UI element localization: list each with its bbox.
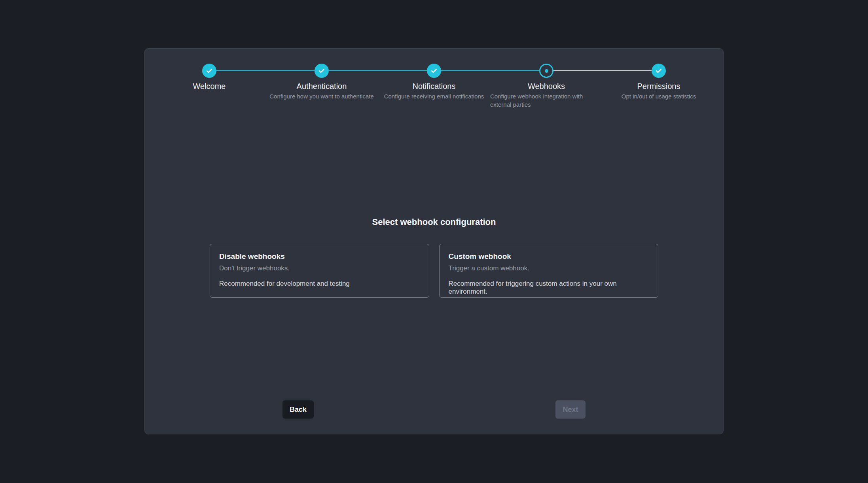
next-button[interactable]: Next <box>555 400 586 419</box>
webhook-options: Disable webhooks Don't trigger webhooks.… <box>210 244 658 298</box>
check-icon <box>430 67 438 75</box>
step-completed-icon <box>427 64 441 78</box>
step-label: Authentication <box>297 81 347 91</box>
option-recommendation: Recommended for development and testing <box>219 280 420 288</box>
current-step-dot-icon <box>545 69 548 73</box>
step-subtitle: Opt in/out of usage statistics <box>622 92 696 101</box>
step-notifications: Notifications Configure receiving email … <box>378 64 490 109</box>
check-icon <box>205 67 213 75</box>
step-label: Welcome <box>193 81 226 91</box>
option-title: Custom webhook <box>449 252 649 261</box>
check-icon <box>655 67 663 75</box>
step-label: Webhooks <box>528 81 565 91</box>
step-welcome: Welcome <box>153 64 265 109</box>
option-description: Don't trigger webhooks. <box>219 264 420 272</box>
wizard-footer: Back Next <box>282 400 586 419</box>
page-title: Select webhook configuration <box>145 216 723 228</box>
step-label: Notifications <box>413 81 456 91</box>
step-subtitle: Configure receiving email notifications <box>384 92 484 101</box>
step-authentication: Authentication Configure how you want to… <box>265 64 378 109</box>
step-completed-icon <box>202 64 216 78</box>
check-icon <box>318 67 326 75</box>
option-title: Disable webhooks <box>219 252 420 261</box>
setup-wizard-panel: Welcome Authentication Configure how you… <box>144 48 724 434</box>
option-description: Trigger a custom webhook. <box>449 264 649 272</box>
back-button[interactable]: Back <box>282 400 314 419</box>
step-completed-icon <box>652 64 666 78</box>
step-webhooks: Webhooks Configure webhook integration w… <box>490 64 603 109</box>
step-completed-icon <box>315 64 329 78</box>
step-subtitle: Configure how you want to authenticate <box>269 92 374 101</box>
step-subtitle: Configure webhook integration with exter… <box>490 92 603 109</box>
step-current-icon <box>539 64 553 78</box>
option-recommendation: Recommended for triggering custom action… <box>449 280 649 296</box>
step-permissions: Permissions Opt in/out of usage statisti… <box>603 64 715 109</box>
setup-stepper: Welcome Authentication Configure how you… <box>153 64 715 109</box>
option-card-disable-webhooks[interactable]: Disable webhooks Don't trigger webhooks.… <box>210 244 429 298</box>
step-label: Permissions <box>637 81 680 91</box>
option-card-custom-webhook[interactable]: Custom webhook Trigger a custom webhook.… <box>439 244 659 298</box>
